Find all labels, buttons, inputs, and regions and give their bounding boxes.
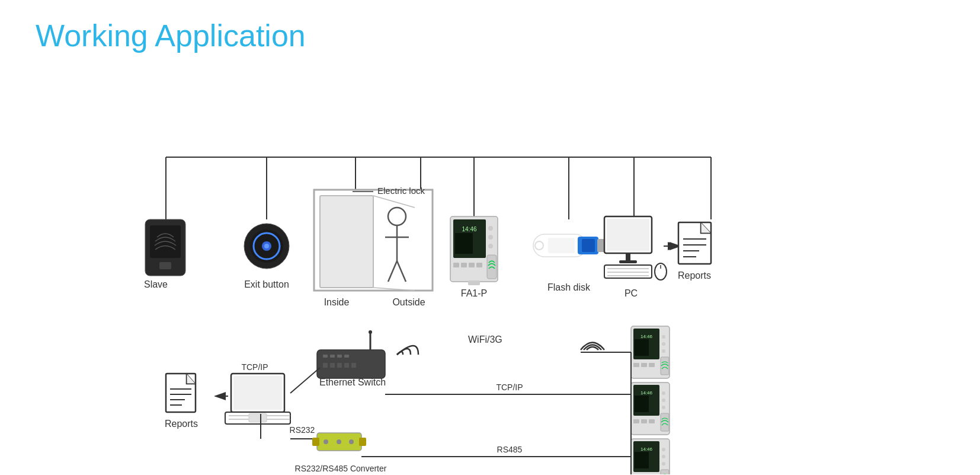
rs485-label: RS485 <box>497 445 523 454</box>
svg-point-17 <box>264 244 269 248</box>
svg-rect-35 <box>453 263 459 267</box>
svg-point-128 <box>662 448 665 451</box>
svg-point-99 <box>337 439 341 444</box>
svg-text:14:46: 14:46 <box>640 447 653 452</box>
svg-text:14:46: 14:46 <box>640 334 653 339</box>
svg-rect-89 <box>344 363 349 368</box>
inside-label: Inside <box>324 297 350 307</box>
svg-line-20 <box>373 196 415 208</box>
svg-point-100 <box>349 439 354 444</box>
svg-point-108 <box>662 349 665 353</box>
svg-point-33 <box>488 235 493 240</box>
diagram: Slave Exit button Electric lock Inside O… <box>0 65 980 474</box>
electric-lock-label: Electric lock <box>377 186 425 196</box>
svg-rect-116 <box>635 396 649 412</box>
svg-point-106 <box>662 335 665 339</box>
fa1p-label: FA1-P <box>461 288 487 298</box>
svg-point-119 <box>662 406 665 409</box>
svg-rect-90 <box>351 363 356 368</box>
svg-rect-112 <box>649 363 655 367</box>
svg-line-25 <box>388 261 397 282</box>
wifi-label: WiFi/3G <box>468 334 502 345</box>
svg-rect-84 <box>337 355 342 358</box>
page-title: Working Application <box>36 18 306 53</box>
svg-rect-12 <box>159 262 171 269</box>
tcp-ip-label-1: TCP/IP <box>241 362 268 372</box>
slave-label: Slave <box>144 279 168 289</box>
rs232-label: RS232 <box>290 425 315 435</box>
svg-rect-88 <box>337 363 342 368</box>
svg-point-32 <box>488 226 493 231</box>
svg-rect-49 <box>626 253 630 260</box>
svg-rect-110 <box>633 363 639 367</box>
svg-rect-109 <box>661 357 669 375</box>
svg-rect-43 <box>582 239 595 252</box>
svg-rect-31 <box>455 233 473 254</box>
svg-rect-46 <box>548 238 575 253</box>
svg-rect-87 <box>330 363 335 368</box>
svg-point-118 <box>662 399 665 402</box>
svg-line-92 <box>290 368 320 393</box>
svg-text:14:46: 14:46 <box>640 390 653 396</box>
svg-point-130 <box>662 462 665 466</box>
svg-rect-96 <box>312 438 319 446</box>
svg-rect-71 <box>249 413 267 422</box>
svg-rect-67 <box>233 376 282 410</box>
svg-rect-127 <box>635 452 649 468</box>
svg-rect-82 <box>323 355 328 358</box>
svg-point-107 <box>662 342 665 346</box>
svg-rect-97 <box>359 438 366 446</box>
svg-point-98 <box>324 439 328 444</box>
reports-bottom-label: Reports <box>165 419 198 429</box>
svg-rect-131 <box>661 470 669 474</box>
exit-button-label: Exit button <box>244 279 289 289</box>
svg-point-129 <box>662 455 665 458</box>
svg-rect-19 <box>320 196 373 288</box>
svg-rect-37 <box>469 263 475 267</box>
tcp-ip-label-2: TCP/IP <box>496 382 523 392</box>
svg-line-26 <box>397 261 406 282</box>
svg-point-81 <box>369 330 372 334</box>
svg-rect-50 <box>619 260 637 263</box>
svg-point-117 <box>662 391 665 395</box>
svg-rect-36 <box>461 263 467 267</box>
svg-rect-105 <box>635 339 649 356</box>
svg-rect-51 <box>604 265 652 278</box>
svg-rect-83 <box>330 355 335 358</box>
ethernet-switch-label: Ethernet Switch <box>319 377 386 387</box>
svg-rect-121 <box>633 419 639 423</box>
reports-top-label: Reports <box>678 270 711 280</box>
svg-rect-40 <box>468 280 480 285</box>
svg-point-22 <box>388 208 406 225</box>
svg-text:14:46: 14:46 <box>462 226 476 232</box>
flash-disk-label: Flash disk <box>547 282 591 292</box>
svg-rect-111 <box>641 363 647 367</box>
outside-label: Outside <box>392 297 425 307</box>
rs232-rs485-label: RS232/RS485 Converter <box>295 464 387 473</box>
svg-rect-120 <box>661 413 669 431</box>
svg-rect-123 <box>649 419 655 423</box>
svg-rect-122 <box>641 419 647 423</box>
svg-rect-48 <box>607 219 649 251</box>
pc-label: PC <box>624 288 638 298</box>
svg-rect-86 <box>323 363 328 368</box>
svg-point-34 <box>488 244 493 248</box>
svg-rect-38 <box>476 263 482 267</box>
svg-rect-85 <box>344 355 349 358</box>
